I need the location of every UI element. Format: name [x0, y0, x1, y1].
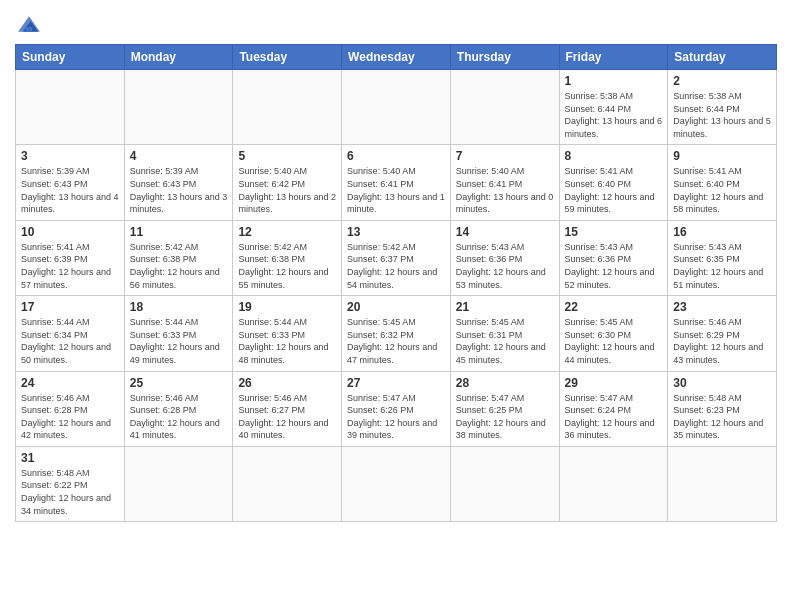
cell-day-number: 4 — [130, 149, 228, 163]
cell-info-text: Sunrise: 5:45 AMSunset: 6:31 PMDaylight:… — [456, 316, 554, 366]
cell-day-number: 22 — [565, 300, 663, 314]
calendar-cell: 28Sunrise: 5:47 AMSunset: 6:25 PMDayligh… — [450, 371, 559, 446]
cell-day-number: 27 — [347, 376, 445, 390]
weekday-header-thursday: Thursday — [450, 45, 559, 70]
cell-day-number: 6 — [347, 149, 445, 163]
calendar-cell: 13Sunrise: 5:42 AMSunset: 6:37 PMDayligh… — [342, 220, 451, 295]
calendar-cell — [233, 70, 342, 145]
cell-day-number: 16 — [673, 225, 771, 239]
cell-day-number: 2 — [673, 74, 771, 88]
calendar-cell: 15Sunrise: 5:43 AMSunset: 6:36 PMDayligh… — [559, 220, 668, 295]
weekday-header-monday: Monday — [124, 45, 233, 70]
calendar-cell — [124, 446, 233, 521]
calendar-cell: 2Sunrise: 5:38 AMSunset: 6:44 PMDaylight… — [668, 70, 777, 145]
calendar-cell: 16Sunrise: 5:43 AMSunset: 6:35 PMDayligh… — [668, 220, 777, 295]
cell-info-text: Sunrise: 5:42 AMSunset: 6:37 PMDaylight:… — [347, 241, 445, 291]
calendar-cell: 22Sunrise: 5:45 AMSunset: 6:30 PMDayligh… — [559, 296, 668, 371]
calendar-table: SundayMondayTuesdayWednesdayThursdayFrid… — [15, 44, 777, 522]
calendar-cell: 30Sunrise: 5:48 AMSunset: 6:23 PMDayligh… — [668, 371, 777, 446]
logo-area — [15, 10, 47, 38]
cell-info-text: Sunrise: 5:41 AMSunset: 6:39 PMDaylight:… — [21, 241, 119, 291]
calendar-cell: 18Sunrise: 5:44 AMSunset: 6:33 PMDayligh… — [124, 296, 233, 371]
calendar-cell — [342, 446, 451, 521]
cell-day-number: 21 — [456, 300, 554, 314]
cell-day-number: 24 — [21, 376, 119, 390]
cell-info-text: Sunrise: 5:39 AMSunset: 6:43 PMDaylight:… — [21, 165, 119, 215]
cell-day-number: 29 — [565, 376, 663, 390]
calendar-cell: 19Sunrise: 5:44 AMSunset: 6:33 PMDayligh… — [233, 296, 342, 371]
generalblue-logo-icon — [15, 10, 43, 38]
cell-info-text: Sunrise: 5:46 AMSunset: 6:27 PMDaylight:… — [238, 392, 336, 442]
cell-info-text: Sunrise: 5:40 AMSunset: 6:41 PMDaylight:… — [456, 165, 554, 215]
calendar-cell — [124, 70, 233, 145]
calendar-cell: 9Sunrise: 5:41 AMSunset: 6:40 PMDaylight… — [668, 145, 777, 220]
weekday-header-wednesday: Wednesday — [342, 45, 451, 70]
cell-day-number: 19 — [238, 300, 336, 314]
cell-info-text: Sunrise: 5:38 AMSunset: 6:44 PMDaylight:… — [673, 90, 771, 140]
cell-info-text: Sunrise: 5:46 AMSunset: 6:29 PMDaylight:… — [673, 316, 771, 366]
cell-info-text: Sunrise: 5:38 AMSunset: 6:44 PMDaylight:… — [565, 90, 663, 140]
cell-info-text: Sunrise: 5:42 AMSunset: 6:38 PMDaylight:… — [238, 241, 336, 291]
calendar-cell: 27Sunrise: 5:47 AMSunset: 6:26 PMDayligh… — [342, 371, 451, 446]
cell-day-number: 10 — [21, 225, 119, 239]
cell-info-text: Sunrise: 5:48 AMSunset: 6:22 PMDaylight:… — [21, 467, 119, 517]
calendar-cell: 29Sunrise: 5:47 AMSunset: 6:24 PMDayligh… — [559, 371, 668, 446]
calendar-cell — [668, 446, 777, 521]
cell-info-text: Sunrise: 5:46 AMSunset: 6:28 PMDaylight:… — [21, 392, 119, 442]
cell-day-number: 31 — [21, 451, 119, 465]
calendar-cell: 20Sunrise: 5:45 AMSunset: 6:32 PMDayligh… — [342, 296, 451, 371]
cell-day-number: 18 — [130, 300, 228, 314]
cell-info-text: Sunrise: 5:45 AMSunset: 6:30 PMDaylight:… — [565, 316, 663, 366]
cell-day-number: 14 — [456, 225, 554, 239]
cell-info-text: Sunrise: 5:43 AMSunset: 6:36 PMDaylight:… — [565, 241, 663, 291]
calendar-cell: 4Sunrise: 5:39 AMSunset: 6:43 PMDaylight… — [124, 145, 233, 220]
calendar-cell — [450, 446, 559, 521]
cell-day-number: 8 — [565, 149, 663, 163]
cell-info-text: Sunrise: 5:39 AMSunset: 6:43 PMDaylight:… — [130, 165, 228, 215]
cell-day-number: 28 — [456, 376, 554, 390]
cell-day-number: 15 — [565, 225, 663, 239]
cell-day-number: 3 — [21, 149, 119, 163]
calendar-cell — [233, 446, 342, 521]
cell-info-text: Sunrise: 5:41 AMSunset: 6:40 PMDaylight:… — [673, 165, 771, 215]
cell-day-number: 20 — [347, 300, 445, 314]
cell-info-text: Sunrise: 5:46 AMSunset: 6:28 PMDaylight:… — [130, 392, 228, 442]
calendar-cell: 17Sunrise: 5:44 AMSunset: 6:34 PMDayligh… — [16, 296, 125, 371]
cell-day-number: 7 — [456, 149, 554, 163]
calendar-cell — [450, 70, 559, 145]
calendar-cell: 6Sunrise: 5:40 AMSunset: 6:41 PMDaylight… — [342, 145, 451, 220]
cell-info-text: Sunrise: 5:44 AMSunset: 6:34 PMDaylight:… — [21, 316, 119, 366]
cell-info-text: Sunrise: 5:45 AMSunset: 6:32 PMDaylight:… — [347, 316, 445, 366]
calendar-cell: 3Sunrise: 5:39 AMSunset: 6:43 PMDaylight… — [16, 145, 125, 220]
cell-day-number: 23 — [673, 300, 771, 314]
page-header — [15, 10, 777, 38]
calendar-cell: 11Sunrise: 5:42 AMSunset: 6:38 PMDayligh… — [124, 220, 233, 295]
cell-info-text: Sunrise: 5:47 AMSunset: 6:25 PMDaylight:… — [456, 392, 554, 442]
cell-day-number: 13 — [347, 225, 445, 239]
calendar-cell: 7Sunrise: 5:40 AMSunset: 6:41 PMDaylight… — [450, 145, 559, 220]
cell-day-number: 26 — [238, 376, 336, 390]
cell-info-text: Sunrise: 5:40 AMSunset: 6:42 PMDaylight:… — [238, 165, 336, 215]
cell-day-number: 12 — [238, 225, 336, 239]
calendar-cell: 1Sunrise: 5:38 AMSunset: 6:44 PMDaylight… — [559, 70, 668, 145]
weekday-header-sunday: Sunday — [16, 45, 125, 70]
cell-day-number: 30 — [673, 376, 771, 390]
cell-info-text: Sunrise: 5:43 AMSunset: 6:36 PMDaylight:… — [456, 241, 554, 291]
cell-info-text: Sunrise: 5:41 AMSunset: 6:40 PMDaylight:… — [565, 165, 663, 215]
weekday-header-saturday: Saturday — [668, 45, 777, 70]
cell-info-text: Sunrise: 5:44 AMSunset: 6:33 PMDaylight:… — [130, 316, 228, 366]
calendar-cell — [559, 446, 668, 521]
weekday-header-tuesday: Tuesday — [233, 45, 342, 70]
cell-info-text: Sunrise: 5:48 AMSunset: 6:23 PMDaylight:… — [673, 392, 771, 442]
cell-info-text: Sunrise: 5:40 AMSunset: 6:41 PMDaylight:… — [347, 165, 445, 215]
cell-info-text: Sunrise: 5:44 AMSunset: 6:33 PMDaylight:… — [238, 316, 336, 366]
svg-rect-3 — [26, 27, 32, 32]
calendar-cell: 23Sunrise: 5:46 AMSunset: 6:29 PMDayligh… — [668, 296, 777, 371]
calendar-cell: 10Sunrise: 5:41 AMSunset: 6:39 PMDayligh… — [16, 220, 125, 295]
cell-info-text: Sunrise: 5:47 AMSunset: 6:24 PMDaylight:… — [565, 392, 663, 442]
calendar-cell: 14Sunrise: 5:43 AMSunset: 6:36 PMDayligh… — [450, 220, 559, 295]
cell-day-number: 9 — [673, 149, 771, 163]
cell-info-text: Sunrise: 5:42 AMSunset: 6:38 PMDaylight:… — [130, 241, 228, 291]
calendar-cell — [16, 70, 125, 145]
cell-day-number: 17 — [21, 300, 119, 314]
